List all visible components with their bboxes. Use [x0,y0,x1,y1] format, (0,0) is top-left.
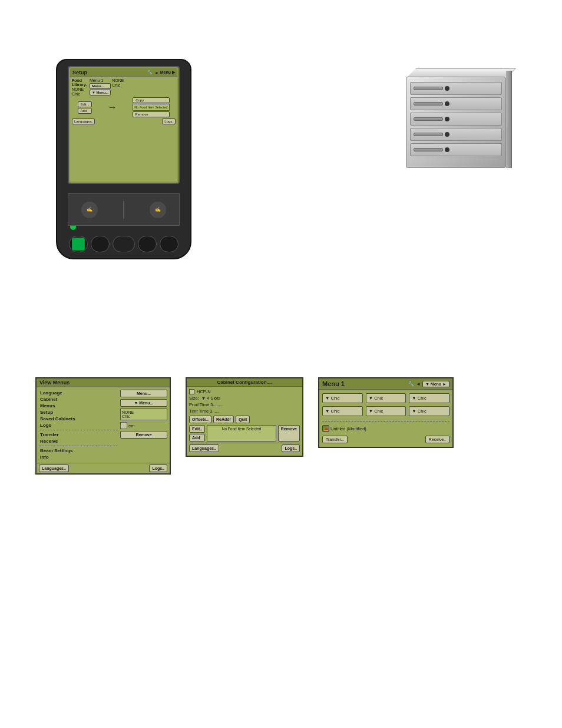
palm-hardware-buttons [68,236,180,252]
palm-menu-dropdown[interactable]: ▼ Menu... [90,90,111,95]
screen2-languages-btn[interactable]: Languages.. [189,444,219,452]
screen3-cell-2[interactable]: ▼ Chic [366,393,406,403]
palm-arrow-icon: → [104,101,121,114]
palm-food-label: FoodLibrary. [72,78,88,87]
palm-edit-btn[interactable]: Edit... [78,101,91,107]
drawer-2 [410,97,502,110]
palm-arrow-icon: ◄ [154,71,158,75]
screen2-cabinet-config: Cabinet Configuration.... HCP-N Size: ▼ … [186,377,303,457]
screen1-logs-btn[interactable]: Logs.. [149,465,167,472]
green-btn-inner [72,238,85,251]
palm-none-right: NONE [112,78,124,83]
screen1-item-saved-cabinets[interactable]: Saved Cabinets [39,416,118,422]
drawer-dot-3 [445,117,449,121]
palm-remove-btn[interactable]: Remove [133,111,169,117]
screen2-quit-btn[interactable]: Quit [236,416,250,423]
screen3-nav: 🔧 ◄ ▼ Menu ► [408,381,449,387]
screen3-cell-1-text: ▼ Chic [325,396,340,401]
palm-copy-btn[interactable]: Copy [133,97,169,103]
screen1-header: View Menus [37,378,170,387]
palm-left-col: FoodLibrary. NONE Chic [72,78,88,96]
screen3-divider [322,421,449,421]
screen3-transfer-btn[interactable]: Transfer... [322,436,348,443]
screen3-nav-left[interactable]: ◄ [416,381,421,387]
screen2-hcp-checkbox[interactable] [189,389,194,394]
cabinet-body [406,77,506,168]
screen3-cell-1[interactable]: ▼ Chic [322,393,363,403]
palm-hw-nav[interactable] [113,236,135,252]
screen1-menu-btn[interactable]: Menu... [120,390,167,397]
screen2-offsets-btn[interactable]: Offsets.. [189,416,211,423]
screen1-checkbox[interactable] [120,422,127,429]
drawer-dot-4 [445,132,449,137]
screen1-view-menus: View Menus Language Cabinet Menus Setup … [35,377,171,475]
screen2-readdr-btn[interactable]: ReAddr [213,416,234,423]
screen2-hcp-label: HCP-N [197,389,211,394]
screen1-item-receive[interactable]: Receive [39,438,118,444]
screen1-item-beam-settings[interactable]: Beam Settings [39,447,118,454]
screen3-cell-3[interactable]: ▼ Chic [409,393,449,403]
palm-hw-btn-green[interactable] [69,236,88,252]
screen2-edit-add-col: Edit.. Add [189,425,205,442]
screen2-edit-btn[interactable]: Edit.. [189,425,205,433]
screen1-item-info[interactable]: Info [39,454,118,460]
palm-logs-btn[interactable]: Logs. [162,118,176,124]
screen3-footer: 📥 Untitled (Modified) [322,424,449,433]
screen2-remove-btn[interactable]: Remove [278,425,300,442]
screen1-item-language[interactable]: Language [39,390,118,396]
screen1-item-logs[interactable]: Logs [39,422,118,429]
drawer-dot-5 [445,147,449,152]
palm-none-label-left: NONE [72,87,88,91]
screen3-save-status: 📥 Untitled (Modified) [322,425,366,432]
screen2-logs-btn[interactable]: Logs.. [282,444,300,452]
screen2-size-label: Size: [189,396,199,401]
screen3-cell-6[interactable]: ▼ Chic [409,406,449,416]
screen3-cell-4[interactable]: ▼ Chic [322,406,363,416]
palm-languages-btn[interactable]: Languages. [72,118,95,124]
screen1-body: Language Cabinet Menus Setup Saved Cabin… [37,387,170,463]
palm-hw-btn-2[interactable] [138,236,157,252]
palm-menu-btn[interactable]: Menu... [90,83,111,89]
screen1-item-setup[interactable]: Setup [39,409,118,416]
screen1-menu-dropdown[interactable]: ▼ Menu... [120,399,167,407]
palm-menu-label[interactable]: Menu ▶ [160,70,175,75]
drawer-handle-4 [414,133,443,136]
palm-hw-btn-3[interactable] [160,236,178,252]
screen3-cell-5[interactable]: ▼ Chic [366,406,406,416]
screen2-hcp-row: HCP-N [189,389,300,394]
screen1-divider [39,430,118,430]
screen3-receive-btn[interactable]: Receive.. [425,436,449,443]
palm-chic-label-left: Chic [72,92,88,96]
screen1-chic-label: Chic [122,414,166,419]
screen2-timertime-label: Timr Time 3...... [189,409,220,414]
drawer-4 [410,128,502,141]
screen3-grid: ▼ Chic ▼ Chic ▼ Chic ▼ Chic ▼ Chic ▼ Chi… [322,393,449,416]
palm-chic-right: Chic [112,83,124,87]
screen1-item-transfer[interactable]: Transfer [39,431,118,438]
screen3-cell-5-text: ▼ Chic [369,409,384,414]
palm-screen-inner: Setup 🔧 ◄ Menu ▶ FoodLibrary. NONE Chic … [70,68,177,182]
palm-add-btn[interactable]: Add [78,108,91,114]
palm-hw-btn-1[interactable] [91,236,110,252]
screen3-menu1: Menu 1 🔧 ◄ ▼ Menu ► ▼ Chic ▼ Chic ▼ Chic [318,377,454,448]
screen2-no-food: No Food Item Selected [207,425,276,442]
screen1-languages-btn[interactable]: Languages.. [39,465,69,472]
screen3-title: Menu 1 [322,380,345,387]
palm-device: Setup 🔧 ◄ Menu ▶ FoodLibrary. NONE Chic … [56,59,191,259]
screen1-item-cabinet[interactable]: Cabinet [39,396,118,403]
screen3-tool-icon: 🔧 [408,381,414,387]
screen1-item-menus[interactable]: Menus [39,403,118,409]
palm-content: FoodLibrary. NONE Chic Menu 1 Menu... ▼ … [70,77,177,126]
palm-menu1-label: Menu 1 [90,78,111,83]
drawer-3 [410,113,502,126]
screen2-slots-label[interactable]: ▼ 4 Slots [201,396,220,401]
screen1-remove-btn[interactable]: Remove [120,431,167,439]
screen2-add-btn[interactable]: Add [189,434,205,442]
screen1-em-label: em [128,423,134,429]
screen2-edit-row: Edit.. Add No Food Item Selected Remove [189,425,300,442]
drawer-dot-2 [445,101,449,106]
screen3-transfer-row: Transfer... Receive.. [322,436,449,443]
cabinet-container: ↙ [397,65,515,183]
screen3-menu-btn[interactable]: ▼ Menu ► [422,381,449,387]
palm-graffiti: ✍ ✍ [68,193,180,226]
